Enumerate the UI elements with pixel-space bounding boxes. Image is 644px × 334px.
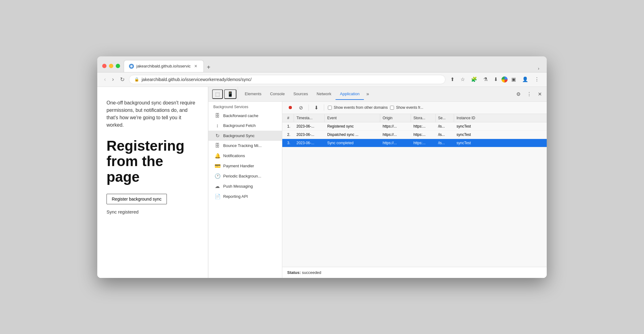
tab-expand-icon: › — [535, 65, 542, 72]
row3-se: /is... — [436, 139, 454, 147]
toolbar-divider — [308, 104, 309, 111]
col-origin: Origin — [380, 114, 411, 122]
tabs-row: jakearchibald.github.io/isservic × + › — [124, 60, 542, 72]
row2-origin: https://... — [380, 131, 411, 139]
more-tabs-button[interactable]: » — [364, 88, 372, 100]
sidebar-label-notifications: Notifications — [223, 153, 245, 158]
sidebar-item-reporting-api[interactable]: 📄 Reporting API — [208, 191, 282, 202]
periodic-background-icon: 🕐 — [215, 173, 220, 179]
menu-button[interactable]: ⋮ — [532, 75, 542, 84]
element-picker-icon[interactable]: ⬚ — [212, 89, 223, 99]
row2-num: 2. — [285, 131, 294, 139]
row2-timestamp: 2023-06-... — [294, 131, 325, 139]
row1-se: /is... — [436, 122, 454, 130]
export-button[interactable]: ⬇ — [312, 104, 320, 112]
lab-button[interactable]: ⚗ — [481, 75, 490, 84]
toolbar-divider-2 — [324, 104, 324, 111]
status-value: succeeded — [302, 270, 321, 275]
clear-button[interactable]: ⊘ — [297, 104, 305, 112]
address-input[interactable]: 🔒 jakearchibald.github.io/isserviceworke… — [129, 75, 445, 84]
devtools-main: ⏺ ⊘ ⬇ Show events from other domains Sho… — [282, 102, 547, 278]
row3-instance-id: syncTest — [454, 139, 485, 147]
sidebar-label-bounce-tracking: Bounce Tracking Mi... — [223, 143, 262, 148]
reporting-api-icon: 📄 — [215, 193, 220, 199]
record-button[interactable]: ⏺ — [286, 104, 295, 112]
download-button[interactable]: ⬇ — [491, 75, 500, 84]
tab-network[interactable]: Network — [312, 88, 336, 100]
row1-num: 1. — [285, 122, 294, 130]
row2-se: /is... — [436, 131, 454, 139]
row3-event: Sync completed — [325, 139, 380, 147]
browser-tab[interactable]: jakearchibald.github.io/isservic × — [124, 60, 204, 72]
extensions-button[interactable]: 🧩 — [469, 75, 480, 84]
tab-close-button[interactable]: × — [193, 63, 198, 70]
device-toolbar-icon[interactable]: 📱 — [224, 89, 236, 99]
row3-origin: https://... — [380, 139, 411, 147]
sidebar-label-push-messaging: Push Messaging — [223, 184, 253, 189]
register-sync-button[interactable]: Register background sync — [107, 194, 167, 204]
sidebar-item-payment-handler[interactable]: 💳 Payment Handler — [208, 161, 282, 171]
push-messaging-icon: ☁ — [215, 183, 220, 189]
table-row[interactable]: 1. 2023-06-... Registered sync https://.… — [282, 122, 547, 131]
new-tab-button[interactable]: + — [204, 63, 214, 72]
tab-console[interactable]: Console — [266, 88, 289, 100]
table-row[interactable]: 2. 2023-06-... Dispatched sync ... https… — [282, 131, 547, 139]
close-button[interactable] — [102, 64, 107, 68]
profile-button[interactable]: 👤 — [520, 75, 531, 84]
table-header: # Timestа... Event Origin Stora... Se...… — [282, 114, 547, 122]
forward-button[interactable]: › — [110, 75, 116, 84]
tab-title: jakearchibald.github.io/isservic — [136, 64, 191, 68]
col-se: Se... — [436, 114, 454, 122]
page-description: One-off background sync doesn't require … — [107, 99, 199, 129]
back-button[interactable]: ‹ — [102, 75, 108, 84]
maximize-button[interactable] — [116, 64, 120, 68]
page-content: One-off background sync doesn't require … — [97, 87, 208, 278]
devtools-settings-button[interactable]: ⚙ — [514, 89, 523, 99]
devtools-content: Background Services 🗄 Back/forward cache… — [208, 102, 547, 278]
show-other-domains-checkbox[interactable]: Show events from other domains — [328, 105, 388, 110]
bounce-tracking-icon: 🗄 — [215, 143, 220, 149]
row1-storage: https:... — [411, 122, 436, 130]
background-sync-icon: ↻ — [215, 133, 220, 139]
devtools-more-button[interactable]: ⋮ — [524, 89, 534, 99]
sidebar-item-back-forward[interactable]: 🗄 Back/forward cache — [208, 111, 282, 121]
url-host: jakearchibald.github.io — [142, 77, 184, 82]
devtools-tabs: ⬚ 📱 Elements Console Sources Network App… — [208, 87, 547, 102]
reload-button[interactable]: ↻ — [118, 75, 127, 84]
sidebar-item-background-fetch[interactable]: ↕ Background Fetch — [208, 121, 282, 131]
table-row-selected[interactable]: 3. 2023-06-... Sync completed https://..… — [282, 139, 547, 147]
bookmark-button[interactable]: ☆ — [458, 75, 467, 84]
page-heading: Registering from the page — [107, 138, 199, 185]
col-num: # — [285, 114, 294, 122]
tab-application[interactable]: Application — [336, 88, 364, 100]
payment-handler-icon: 💳 — [215, 163, 220, 169]
col-instance-id: Instance ID — [454, 114, 485, 122]
sidebar-item-push-messaging[interactable]: ☁ Push Messaging — [208, 181, 282, 191]
show-events-fr-checkbox[interactable]: Show events fr... — [390, 105, 423, 110]
show-events-fr-input[interactable] — [390, 106, 394, 110]
devtools-close-button[interactable]: ✕ — [535, 89, 544, 99]
sidebar-label-background-sync: Background Sync — [223, 133, 255, 138]
devtools-tab-end: ⚙ ⋮ ✕ — [514, 89, 544, 99]
col-timestamp: Timestа... — [294, 114, 325, 122]
address-url: jakearchibald.github.io/isserviceworkerr… — [142, 77, 252, 82]
sidebar-item-bounce-tracking[interactable]: 🗄 Bounce Tracking Mi... — [208, 141, 282, 151]
share-button[interactable]: ⬆ — [448, 75, 457, 84]
sidebar-item-notifications[interactable]: 🔔 Notifications — [208, 151, 282, 161]
sidebar-section-title: Background Services — [208, 102, 282, 111]
tab-elements[interactable]: Elements — [240, 88, 266, 100]
show-other-domains-input[interactable] — [328, 106, 332, 110]
sidebar-toggle-button[interactable]: ▣ — [509, 75, 518, 84]
show-events-fr-label: Show events fr... — [396, 105, 423, 110]
row1-event: Registered sync — [325, 122, 380, 130]
sidebar-item-background-sync[interactable]: ↻ Background Sync — [208, 131, 282, 141]
browser-window: jakearchibald.github.io/isservic × + › ‹… — [97, 56, 547, 278]
tab-sources[interactable]: Sources — [289, 88, 312, 100]
row3-storage: https:... — [411, 139, 436, 147]
panel-toolbar: ⏺ ⊘ ⬇ Show events from other domains Sho… — [282, 102, 547, 114]
svg-point-0 — [130, 65, 133, 67]
row2-instance-id: syncTest — [454, 131, 485, 139]
sidebar-item-periodic-background[interactable]: 🕐 Periodic Backgroun... — [208, 171, 282, 181]
minimize-button[interactable] — [109, 64, 113, 68]
address-bar: ‹ › ↻ 🔒 jakearchibald.github.io/isservic… — [97, 72, 547, 87]
